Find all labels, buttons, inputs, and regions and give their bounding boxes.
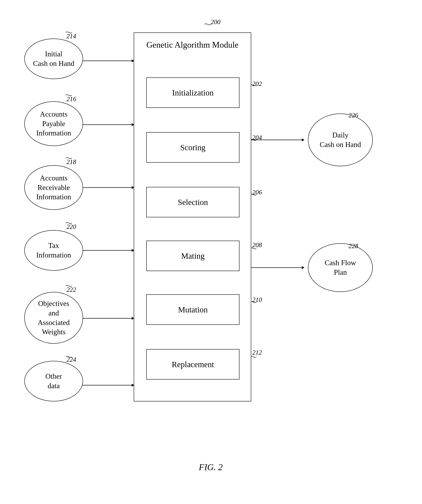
svg-marker-13 — [302, 138, 305, 141]
daily-cash-label: DailyCash on Hand — [320, 130, 361, 150]
cash-flow-plan-label: Cash FlowPlan — [325, 258, 356, 277]
figure-label: FIG. 2 — [199, 462, 223, 472]
daily-cash-ellipse: DailyCash on Hand — [308, 114, 373, 166]
ref-218: 218 — [66, 158, 76, 166]
ref-226: 226 — [348, 112, 358, 119]
selection-label: Selection — [178, 198, 208, 207]
diagram-container: 200 Genetic Algorithm Module Initializat… — [12, 12, 409, 479]
selection-box: Selection — [146, 187, 240, 217]
tax-info-label: TaxInformation — [36, 241, 71, 260]
accounts-payable-label: AccountsPayableInformation — [36, 109, 71, 138]
replacement-label: Replacement — [172, 360, 214, 369]
ref-228: 228 — [348, 242, 358, 250]
accounts-receivable-label: AccountsReceivableInformation — [36, 173, 71, 202]
ref-202: 202 — [252, 80, 262, 88]
ref-212: 212 — [252, 349, 262, 356]
scoring-box: Scoring — [146, 132, 240, 162]
initial-cash-ellipse: InitialCash on Hand — [24, 38, 83, 79]
mutation-label: Mutation — [178, 305, 208, 314]
accounts-payable-ellipse: AccountsPayableInformation — [24, 101, 83, 146]
ref-224: 224 — [66, 356, 76, 363]
svg-marker-15 — [302, 266, 305, 269]
mutation-box: Mutation — [146, 294, 240, 325]
ref-208: 208 — [252, 241, 262, 249]
other-data-ellipse: Otherdata — [24, 361, 83, 402]
objectives-ellipse: ObjectivesandAssociatedWeights — [24, 292, 83, 344]
other-data-label: Otherdata — [45, 372, 62, 391]
ref-200: 200 — [211, 18, 220, 26]
ref-220: 220 — [66, 223, 76, 230]
ref-204: 204 — [252, 134, 262, 141]
ref-210: 210 — [252, 296, 262, 304]
objectives-label: ObjectivesandAssociatedWeights — [38, 299, 70, 337]
cash-flow-plan-ellipse: Cash FlowPlan — [308, 243, 373, 292]
ref-222: 222 — [66, 286, 76, 293]
replacement-box: Replacement — [146, 349, 240, 379]
initial-cash-label: InitialCash on Hand — [33, 49, 74, 68]
ref-214: 214 — [66, 32, 76, 40]
module-title: Genetic Algorithm Module — [134, 39, 251, 51]
initialization-label: Initialization — [172, 88, 214, 97]
mating-box: Mating — [146, 241, 240, 271]
scoring-label: Scoring — [180, 143, 205, 152]
initialization-box: Initialization — [146, 78, 240, 108]
tax-info-ellipse: TaxInformation — [24, 230, 83, 271]
genetic-algorithm-module: Genetic Algorithm Module Initialization … — [134, 32, 251, 402]
ref-206: 206 — [252, 189, 262, 196]
mating-label: Mating — [181, 251, 205, 261]
accounts-receivable-ellipse: AccountsReceivableInformation — [24, 165, 83, 210]
ref-216: 216 — [66, 95, 76, 103]
